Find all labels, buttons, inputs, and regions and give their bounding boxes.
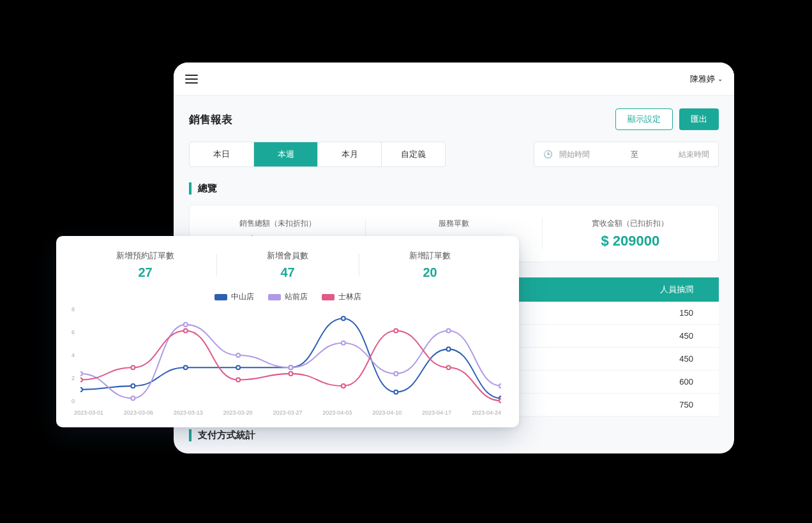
svg-point-25 bbox=[447, 365, 451, 369]
svg-point-11 bbox=[184, 323, 188, 327]
svg-point-9 bbox=[80, 372, 82, 376]
svg-point-18 bbox=[80, 378, 82, 381]
chevron-down-icon: ⌄ bbox=[718, 75, 723, 82]
chart-legend: 中山店 站前店 士林店 bbox=[74, 291, 501, 302]
svg-point-14 bbox=[342, 341, 345, 345]
page-title: 銷售報表 bbox=[189, 112, 232, 127]
svg-point-13 bbox=[289, 365, 293, 369]
legend-item: 站前店 bbox=[268, 291, 308, 302]
svg-point-16 bbox=[447, 328, 451, 332]
svg-point-17 bbox=[499, 384, 501, 388]
svg-point-0 bbox=[80, 388, 82, 392]
stat-label: 新增預約訂單數 bbox=[74, 250, 216, 262]
svg-point-2 bbox=[184, 365, 188, 369]
page-header: 銷售報表 顯示設定 匯出 bbox=[189, 108, 719, 130]
legend-item: 士林店 bbox=[322, 291, 361, 302]
svg-point-19 bbox=[131, 365, 135, 369]
card-stat-orders: 新增訂單數 20 bbox=[359, 250, 501, 280]
stat-label: 新增訂單數 bbox=[359, 250, 501, 262]
legend-label: 站前店 bbox=[285, 291, 308, 302]
display-settings-button[interactable]: 顯示設定 bbox=[615, 108, 673, 130]
svg-point-1 bbox=[131, 384, 135, 388]
end-date-placeholder: 結束時間 bbox=[679, 149, 709, 160]
stat-value: 20 bbox=[359, 265, 501, 280]
user-name: 陳雅婷 bbox=[690, 73, 715, 85]
stat-value: 27 bbox=[74, 265, 216, 280]
y-axis: 86420 bbox=[71, 306, 75, 404]
period-tabs: 本日 本週 本月 自定義 bbox=[189, 142, 446, 167]
stat-label: 實收金額（已扣折扣） bbox=[543, 218, 718, 229]
th-commission: 人員抽潤 bbox=[486, 277, 719, 302]
svg-point-22 bbox=[289, 372, 293, 376]
payment-section-title: 支付方式統計 bbox=[189, 429, 719, 441]
legend-item: 中山店 bbox=[214, 291, 254, 302]
svg-point-6 bbox=[394, 390, 398, 394]
chart-area: 86420 2023-03-012023-03-062023-03-132023… bbox=[74, 306, 501, 416]
svg-point-24 bbox=[394, 328, 398, 332]
user-menu[interactable]: 陳雅婷 ⌄ bbox=[690, 73, 723, 85]
tab-today[interactable]: 本日 bbox=[190, 142, 253, 166]
svg-point-3 bbox=[236, 365, 240, 369]
stat-value: $ 209000 bbox=[543, 233, 718, 249]
svg-point-23 bbox=[342, 384, 345, 388]
legend-swatch bbox=[268, 294, 281, 300]
analytics-card: 新增預約訂單數 27 新增會員數 47 新增訂單數 20 中山店 站前店 士林店… bbox=[56, 236, 519, 427]
legend-swatch bbox=[322, 294, 335, 300]
page-actions: 顯示設定 匯出 bbox=[615, 108, 719, 130]
tab-custom[interactable]: 自定義 bbox=[381, 142, 445, 166]
legend-label: 中山店 bbox=[231, 291, 254, 302]
stat-value: 47 bbox=[216, 265, 359, 280]
date-separator: 至 bbox=[631, 149, 638, 160]
card-stat-bookings: 新增預約訂單數 27 bbox=[74, 250, 216, 280]
tab-week[interactable]: 本週 bbox=[253, 142, 317, 166]
date-range-picker[interactable]: 🕒 開始時間 至 結束時間 bbox=[534, 142, 719, 167]
svg-point-26 bbox=[499, 399, 501, 402]
svg-point-10 bbox=[131, 396, 135, 400]
menu-icon[interactable] bbox=[185, 75, 198, 84]
stat-label: 新增會員數 bbox=[216, 250, 359, 262]
start-date-placeholder: 開始時間 bbox=[559, 149, 590, 160]
svg-point-12 bbox=[236, 353, 240, 357]
topbar: 陳雅婷 ⌄ bbox=[174, 63, 734, 96]
clock-icon: 🕒 bbox=[543, 150, 553, 159]
stat-label: 服務單數 bbox=[366, 218, 541, 229]
export-button[interactable]: 匯出 bbox=[679, 108, 719, 130]
card-stat-members: 新增會員數 47 bbox=[216, 250, 359, 280]
x-axis: 2023-03-012023-03-062023-03-132023-03-20… bbox=[74, 409, 501, 416]
legend-label: 士林店 bbox=[338, 291, 361, 302]
svg-point-5 bbox=[342, 316, 345, 320]
line-chart bbox=[80, 306, 501, 404]
stat-label: 銷售總額（未扣折扣） bbox=[190, 218, 365, 229]
svg-point-7 bbox=[447, 347, 451, 351]
svg-point-15 bbox=[394, 372, 398, 376]
overview-section-title: 總覽 bbox=[189, 182, 719, 195]
tab-month[interactable]: 本月 bbox=[317, 142, 381, 166]
legend-swatch bbox=[214, 294, 227, 300]
filter-row: 本日 本週 本月 自定義 🕒 開始時間 至 結束時間 bbox=[189, 142, 719, 167]
card-stats: 新增預約訂單數 27 新增會員數 47 新增訂單數 20 bbox=[74, 250, 501, 280]
svg-point-21 bbox=[236, 378, 240, 381]
svg-point-20 bbox=[184, 328, 188, 332]
stat-net: 實收金額（已扣折扣） $ 209000 bbox=[542, 218, 718, 249]
